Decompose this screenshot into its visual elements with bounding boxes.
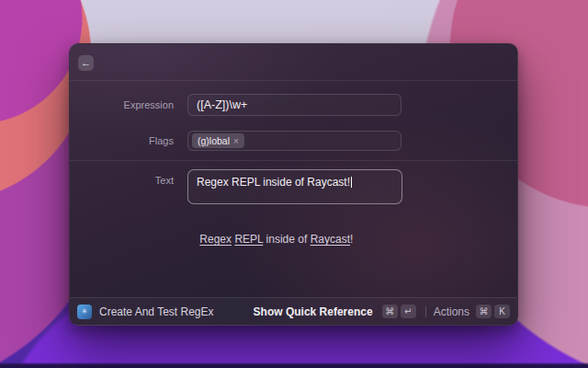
footer-divider [425, 306, 426, 317]
back-arrow-icon: ← [81, 57, 91, 68]
return-keycap: ↵ [401, 305, 416, 318]
expression-input[interactable]: ([A-Z])\w+ [187, 94, 401, 116]
section-divider [70, 160, 517, 161]
remove-tag-icon[interactable]: × [233, 136, 239, 146]
flag-tag-label: (g)lobal [198, 135, 230, 146]
show-quick-reference-button[interactable]: Show Quick Reference [254, 305, 373, 318]
command-keycap: ⌘ [476, 305, 492, 318]
match-result-text: Regex REPL inside of Raycast! [187, 220, 504, 259]
expression-value: ([A-Z])\w+ [197, 98, 247, 111]
plain-segment: inside of [263, 233, 310, 246]
extension-title: Create And Test RegEx [99, 305, 214, 318]
plain-segment: ! [350, 233, 353, 246]
k-keycap: K [494, 305, 510, 318]
action-bar: ✳ Create And Test RegEx Show Quick Refer… [70, 297, 517, 325]
flags-input[interactable]: (g)lobal × [187, 131, 401, 151]
extension-icon: ✳ [77, 305, 92, 319]
text-cursor [351, 177, 352, 188]
window-header: ← [70, 44, 517, 81]
text-input[interactable]: Regex REPL inside of Raycast! [187, 169, 402, 204]
match-segment: Regex [199, 233, 232, 246]
text-value: Regex REPL inside of Raycast! [197, 176, 350, 189]
expression-label: Expression [70, 94, 174, 116]
actions-button[interactable]: Actions [434, 305, 469, 318]
raycast-window: ← Expression ([A-Z])\w+ Flags (g)lobal ×… [69, 43, 518, 326]
match-segment: Raycast [311, 233, 350, 246]
back-button[interactable]: ← [78, 55, 94, 71]
flag-tag-global[interactable]: (g)lobal × [192, 133, 244, 148]
flags-label: Flags [70, 131, 174, 151]
shortcut-group: Show Quick Reference ⌘ ↵ Actions ⌘ K [254, 305, 510, 318]
text-label: Text [70, 174, 174, 187]
command-keycap: ⌘ [382, 305, 398, 318]
match-segment: REPL [234, 233, 263, 246]
sparkle-icon: ✳ [82, 307, 88, 316]
